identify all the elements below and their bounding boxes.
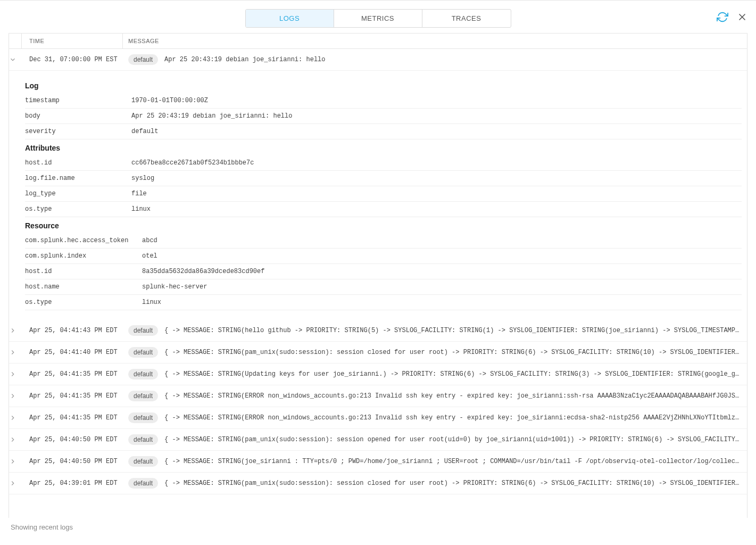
severity-badge: default [128,478,158,489]
detail-row: host.namesplunk-hec-server [25,279,742,295]
row-message: { -> MESSAGE: STRING(ERROR non_windows_a… [164,392,742,400]
log-row[interactable]: Apr 25, 04:41:43 PM EDT default { -> MES… [9,320,747,342]
row-message: { -> MESSAGE: STRING(pam_unix(sudo:sessi… [164,480,742,487]
severity-badge: default [128,347,158,358]
log-row[interactable]: Apr 25, 04:41:35 PM EDT default { -> MES… [9,385,747,407]
chevron-right-icon[interactable] [9,327,22,334]
row-time: Apr 25, 04:41:35 PM EDT [22,370,123,378]
chevron-right-icon[interactable] [9,480,22,487]
top-bar: LOGS METRICS TRACES [9,9,747,28]
attributes-detail-table: host.idcc667bea8cce2671ab0f5234b1bbbe7c … [25,155,742,217]
detail-row: os.typelinux [25,295,742,310]
detail-row: log.file.namesyslog [25,171,742,186]
row-time: Apr 25, 04:41:40 PM EDT [22,349,123,356]
row-message: Apr 25 20:43:19 debian joe_sirianni: hel… [164,56,325,63]
row-message: { -> MESSAGE: STRING(pam_unix(sudo:sessi… [164,436,742,443]
severity-badge: default [128,54,158,65]
resource-detail-table: com.splunk.hec.access_tokenabcd com.splu… [25,233,742,310]
row-time: Apr 25, 04:40:50 PM EDT [22,436,123,443]
detail-row: com.splunk.indexotel [25,249,742,264]
tab-logs[interactable]: LOGS [246,10,334,27]
section-attributes-title: Attributes [25,144,742,152]
detail-row: com.splunk.hec.access_tokenabcd [25,233,742,249]
table-header: TIME MESSAGE [9,34,747,49]
section-log-title: Log [25,81,742,90]
chevron-right-icon[interactable] [9,458,22,465]
row-time: Apr 25, 04:39:01 PM EDT [22,480,123,487]
log-detail-table: timestamp1970-01-01T00:00:00Z bodyApr 25… [25,93,742,139]
row-time: Apr 25, 04:41:35 PM EDT [22,414,123,422]
refresh-icon[interactable] [717,11,728,23]
chevron-right-icon[interactable] [9,436,22,443]
severity-badge: default [128,391,158,401]
log-row[interactable]: Apr 25, 04:39:01 PM EDT default { -> MES… [9,473,747,494]
log-row[interactable]: Apr 25, 04:40:50 PM EDT default { -> MES… [9,451,747,473]
log-row[interactable]: Apr 25, 04:41:35 PM EDT default { -> MES… [9,364,747,385]
column-time: TIME [22,34,123,48]
table-body[interactable]: Dec 31, 07:00:00 PM EST default Apr 25 2… [9,49,747,518]
section-resource-title: Resource [25,221,742,230]
row-message: { -> MESSAGE: STRING(hello github -> PRI… [164,327,742,334]
chevron-right-icon[interactable] [9,349,22,356]
footer-status: Showing recent logs [9,518,747,536]
row-time: Apr 25, 04:41:43 PM EDT [22,327,123,334]
log-row[interactable]: Apr 25, 04:40:50 PM EDT default { -> MES… [9,429,747,451]
severity-badge: default [128,456,158,467]
close-icon[interactable] [737,12,747,22]
severity-badge: default [128,434,158,445]
detail-row: host.id8a35dda5632dda86a39dcede83cd90ef [25,264,742,279]
row-message: { -> MESSAGE: STRING(ERROR non_windows_a… [164,414,742,422]
detail-row: log_typefile [25,186,742,202]
chevron-right-icon[interactable] [9,370,22,378]
row-message: { -> MESSAGE: STRING(Updating keys for u… [164,370,742,378]
chevron-right-icon[interactable] [9,414,22,422]
chevron-down-icon[interactable] [9,56,22,63]
row-message: { -> MESSAGE: STRING(joe_sirianni : TTY=… [164,458,742,465]
detail-row: bodyApr 25 20:43:19 debian joe_sirianni:… [25,109,742,124]
severity-badge: default [128,369,158,379]
severity-badge: default [128,412,158,423]
log-row[interactable]: Apr 25, 04:41:40 PM EDT default { -> MES… [9,342,747,364]
severity-badge: default [128,325,158,336]
tab-metrics[interactable]: METRICS [334,10,422,27]
row-time: Apr 25, 04:41:35 PM EDT [22,392,123,400]
row-time: Dec 31, 07:00:00 PM EST [22,56,123,63]
log-detail-panel: Log timestamp1970-01-01T00:00:00Z bodyAp… [9,71,747,320]
row-message: { -> MESSAGE: STRING(pam_unix(sudo:sessi… [164,349,742,356]
detail-row: host.idcc667bea8cce2671ab0f5234b1bbbe7c [25,155,742,171]
column-message: MESSAGE [123,34,747,48]
tab-traces[interactable]: TRACES [422,10,511,27]
log-table: TIME MESSAGE Dec 31, 07:00:00 PM EST def… [9,33,747,518]
detail-row: os.typelinux [25,202,742,217]
detail-row: severitydefault [25,124,742,139]
tabs: LOGS METRICS TRACES [245,9,511,28]
row-time: Apr 25, 04:40:50 PM EDT [22,458,123,465]
log-row[interactable]: Apr 25, 04:41:35 PM EDT default { -> MES… [9,407,747,429]
detail-row: timestamp1970-01-01T00:00:00Z [25,93,742,109]
chevron-right-icon[interactable] [9,392,22,400]
log-row-expanded[interactable]: Dec 31, 07:00:00 PM EST default Apr 25 2… [9,49,747,71]
